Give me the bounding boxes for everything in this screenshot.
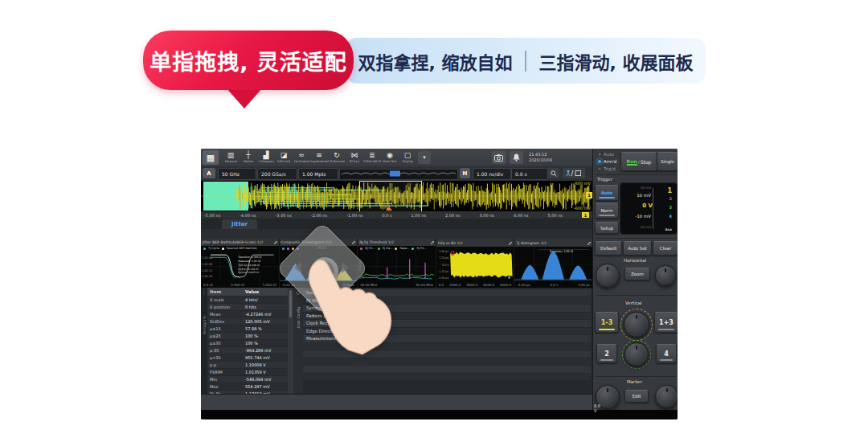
horizontal-position-knob[interactable] <box>596 264 620 288</box>
screenshot-camera-button[interactable] <box>492 151 506 164</box>
h-position-field[interactable]: 0.0 s <box>511 168 548 180</box>
trigger-auto-button[interactable]: Auto <box>595 185 619 201</box>
default-button[interactable]: Default <box>595 241 622 256</box>
svg-text:Measured: 1.0E-12: Measured: 1.0E-12 <box>238 260 260 263</box>
toolbar-app-de-embed[interactable]: ≈De-Embed <box>293 149 310 166</box>
touch-mode-button[interactable] <box>563 168 585 178</box>
vertical-1-3-button[interactable]: 1-3 <box>595 312 619 333</box>
trigger-setup-button[interactable]: Setup <box>595 222 619 234</box>
toolbar-app-display[interactable]: ▢Display <box>399 149 416 166</box>
config-row-source[interactable]: Source <box>303 289 591 297</box>
expand-icon[interactable]: ↔ <box>428 239 436 246</box>
graph-panel-1[interactable]: Jitter BER Bathtub(BER-Scale) 1/2↔TJ Cyc… <box>201 239 279 288</box>
config-row-measurement[interactable]: MeasurementTIE (Phase) <box>303 335 591 342</box>
config-row-rj-method[interactable]: RJ Method <box>303 297 591 305</box>
record-overview-strip[interactable] <box>339 169 458 180</box>
table-row[interactable]: μ±3δ100 % <box>207 340 288 346</box>
graph-plot-area[interactable]: Transition: 1.00 UI <box>514 247 592 282</box>
channel1-level-marker[interactable]: 1 <box>586 192 592 198</box>
marker-edit-button[interactable]: Edit <box>624 390 649 403</box>
bandwidth-field[interactable]: 50 GHz <box>218 168 256 180</box>
graph-panel-title: Jitter BER Bathtub(BER-Scale) 1/2 <box>203 240 263 244</box>
config-row-pattern-length[interactable]: Pattern Length <box>303 313 591 320</box>
toolbar-app-histogram[interactable]: ▟Histogram <box>257 149 275 166</box>
expand-icon[interactable]: ↔ <box>272 239 279 246</box>
v1p3-text: 1+3 <box>659 319 674 326</box>
toolbar-app-label: Diff/Limit <box>277 159 290 163</box>
vertical-1plus3-button[interactable]: 1+3 <box>654 312 678 333</box>
horizontal-scale-knob[interactable] <box>655 265 676 286</box>
graph-panel-2[interactable]: Composite TJ Histogram 1/2↔-0.00 μs0.00 … <box>280 239 358 288</box>
toolbar-app-pam4-anlys[interactable]: ≣PAM4 ANLYS <box>363 149 381 166</box>
table-row[interactable]: μ-3δ-964.289 mV <box>207 347 288 354</box>
table-row[interactable]: StdDev120.005 mV <box>207 318 288 325</box>
channel-number-4[interactable]: 4 <box>669 214 672 219</box>
toolbar-app-marker[interactable]: ┼Marker <box>240 149 257 166</box>
toolbar-app-equalization[interactable]: ≡Equalization <box>310 149 328 166</box>
graph-plot-area[interactable]: Jitter (ps) <box>358 251 436 282</box>
table-row[interactable]: μ+3δ955.744 mV <box>207 354 288 361</box>
toolbar-app-clk-recover[interactable]: ↻Clk Recover <box>328 149 346 166</box>
search-zoom-button[interactable] <box>548 168 559 178</box>
histogram-icon: ▟ <box>264 152 269 159</box>
config-row-symbol-rate[interactable]: Symbol Rate <box>303 305 591 312</box>
toolbar-app-measure[interactable]: ▥Measure <box>222 149 240 166</box>
run-stop-button[interactable]: Run / Stop <box>620 152 657 171</box>
horizontal-zoom-button[interactable]: Zoom <box>624 268 650 280</box>
toolbar-app-rt-eye[interactable]: ⋈RT Eye <box>346 149 363 166</box>
graph-panel-5[interactable]: TJ Histogram 1/2↔Transition: 1.00 UI-3.0… <box>514 239 592 288</box>
menu-grid-button[interactable]: ▦ <box>203 150 219 165</box>
vertical-offset-knob[interactable] <box>624 312 649 338</box>
graph-plot-area[interactable]: 1.0E-041.0E-081.0E-121.0E-16Transition: … <box>201 251 279 282</box>
horizontal-h-button[interactable]: H <box>460 168 470 178</box>
record-length-field[interactable]: 1.00 Mpts <box>298 168 338 180</box>
vertical-ch4-button[interactable]: 4 <box>656 344 677 363</box>
toolbar-more-dropdown[interactable]: ▾ <box>418 151 431 164</box>
sample-rate-field[interactable]: 200 GSa/s <box>257 168 297 180</box>
notifications-bell-button[interactable] <box>510 151 523 164</box>
graph-panel-4[interactable]: DDJ vs Bit 1/2↔2.40 ps1.20 ps0.0 s-1.20 … <box>436 239 514 288</box>
graph-plot-area[interactable]: 2.40 ps1.20 ps0.0 s-1.20 ps-2.40 ps <box>436 247 514 282</box>
table-row[interactable]: X position0 hits <box>207 304 288 310</box>
channel-number-3[interactable]: 3 <box>669 205 672 210</box>
graph-plot-area[interactable] <box>280 251 358 282</box>
table-row[interactable]: Min-546.094 mV <box>207 376 288 383</box>
table-scrollbar-thumb[interactable] <box>289 290 292 317</box>
x-tick: 4000.0 <box>466 283 477 287</box>
toolbar-app-diff-limit[interactable]: ◪Diff/Limit <box>275 149 293 166</box>
graph-panel-3[interactable]: RJ,DJ Threshold 1/2↔RJ+D...RJ Da...Sepa.… <box>358 239 436 288</box>
vertical-scale-knob[interactable] <box>624 342 649 366</box>
marker-b-knob[interactable] <box>655 385 678 408</box>
acq-a-button[interactable]: A <box>203 168 215 178</box>
table-row[interactable]: X scale4 bits/ <box>207 297 288 303</box>
expand-icon[interactable]: ↔ <box>585 239 592 247</box>
row-item: μ±2δ <box>207 333 245 338</box>
table-row[interactable]: μ±1δ57.88 % <box>207 325 288 332</box>
trigger-norm-button[interactable]: Norm <box>595 203 619 219</box>
expand-icon[interactable]: ↔ <box>350 239 357 246</box>
table-row[interactable]: FWHM1.01359 V <box>207 369 288 375</box>
tab-jitter[interactable]: Jitter <box>222 219 257 229</box>
config-row-clock-recovery[interactable]: Clock RecoveryFirst O <box>303 320 591 327</box>
drag-handle-dots[interactable]: ⋮ <box>202 289 207 295</box>
expand-icon[interactable]: ↔ <box>507 239 514 247</box>
table-row[interactable]: Max554.297 mV <box>207 383 288 390</box>
single-button[interactable]: Single <box>657 152 678 171</box>
timebase-field[interactable]: 1.00 ns/div <box>473 168 511 180</box>
run-label: Run <box>627 158 637 166</box>
left-collapse-strip[interactable]: ⋮ Histogram <box>201 288 207 394</box>
histogram-side-tab[interactable]: Histogram <box>203 316 207 334</box>
channel-number-1[interactable]: 1 <box>667 187 672 194</box>
autoset-button[interactable]: Auto Set <box>623 241 652 256</box>
channel-number-2[interactable]: 2 <box>669 196 672 201</box>
row-item: p-p <box>207 362 245 367</box>
vertical-ch2-button[interactable]: 2 <box>596 344 617 363</box>
clear-button[interactable]: Clear <box>653 241 678 256</box>
config-side-strip[interactable]: ◇ Jitter Config <box>293 288 303 394</box>
table-row[interactable]: μ±2δ100 % <box>207 333 288 339</box>
table-row[interactable]: p-p1.10009 V <box>207 362 288 368</box>
config-side-tab[interactable]: Jitter Config <box>297 307 301 329</box>
table-row[interactable]: Mean-4.27246 mV <box>207 311 288 317</box>
config-row-edge-direction[interactable]: Edge DirectionBoth <box>303 328 591 335</box>
toolbar-app-mask-test[interactable]: ◉Mask Test <box>381 149 399 166</box>
